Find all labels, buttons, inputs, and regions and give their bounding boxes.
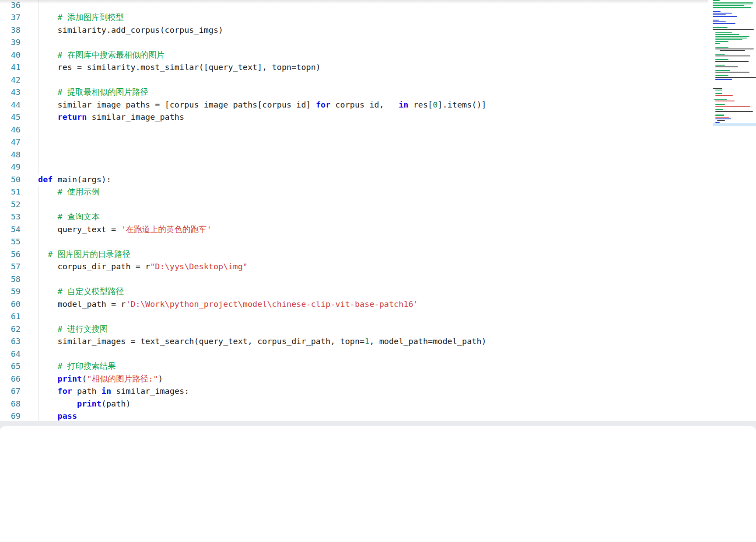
line-number: 56 <box>0 250 21 259</box>
code-line[interactable]: 69 pass <box>0 410 709 421</box>
code-line[interactable]: 65 # 打印搜索结果 <box>0 360 709 373</box>
run-log-panel: 运行日志 类型时间内容流程名称行号 信息2024-02-28 20:39:30.… <box>0 426 756 542</box>
line-number: 61 <box>0 312 21 321</box>
code-text: return similar_image_paths <box>38 112 184 122</box>
code-line[interactable]: 51 # 使用示例 <box>0 186 709 198</box>
line-number: 59 <box>0 287 21 296</box>
line-number: 52 <box>0 200 21 209</box>
line-number: 69 <box>0 411 21 420</box>
code-line[interactable]: 43 # 提取最相似的图片路径 <box>0 86 709 99</box>
minimap-line <box>715 65 725 66</box>
code-editor[interactable]: 3637 # 添加图库到模型38 similarity.add_corpus(c… <box>0 0 756 421</box>
minimap-line <box>715 111 753 112</box>
code-line[interactable]: 37 # 添加图库到模型 <box>0 11 709 24</box>
code-line[interactable]: 58 <box>0 273 709 285</box>
code-line[interactable]: 45 return similar_image_paths <box>0 111 709 124</box>
minimap-viewport[interactable] <box>713 123 756 126</box>
code-line[interactable]: 63 similar_images = text_search(query_te… <box>0 335 709 348</box>
code-text: res = similarity.most_similar([query_tex… <box>38 63 321 72</box>
minimap-line <box>713 21 726 22</box>
minimap-line <box>713 3 753 4</box>
code-line[interactable]: 52 <box>0 198 709 211</box>
minimap-line <box>713 16 737 17</box>
code-line[interactable]: 62 # 进行文搜图 <box>0 323 709 335</box>
minimap[interactable] <box>713 0 756 129</box>
code-text: print(path) <box>38 399 131 408</box>
minimap-line <box>713 11 721 12</box>
minimap-line <box>715 54 725 55</box>
code-text: similar_image_paths = [corpus_image_path… <box>38 100 486 109</box>
code-text: query_text = '在跑道上的黄色的跑车' <box>38 224 212 235</box>
code-line[interactable]: 42 <box>0 73 709 86</box>
line-number: 55 <box>0 237 21 246</box>
indent-guide <box>58 398 58 410</box>
code-line[interactable]: 68 print(path) <box>0 397 709 410</box>
minimap-line <box>715 79 732 80</box>
line-number: 58 <box>0 274 21 284</box>
code-text: corpus_dir_path = r"D:\yys\Desktop\img" <box>38 262 248 271</box>
code-line[interactable]: 57 corpus_dir_path = r"D:\yys\Desktop\im… <box>0 261 709 273</box>
indent-guide <box>38 0 38 174</box>
minimap-line <box>715 101 735 101</box>
code-text: # 进行文搜图 <box>38 323 108 334</box>
code-line[interactable]: 66 print("相似的图片路径:") <box>0 372 709 385</box>
code-line[interactable]: 39 <box>0 36 709 49</box>
line-number: 62 <box>0 324 21 334</box>
code-text: # 在图库中搜索最相似的图片 <box>38 49 164 60</box>
minimap-line <box>713 29 754 30</box>
code-line[interactable]: 38 similarity.add_corpus(corpus_imgs) <box>0 24 709 36</box>
line-number: 44 <box>0 100 21 109</box>
minimap-line <box>715 66 738 67</box>
code-line[interactable]: 46 <box>0 123 709 136</box>
code-line[interactable]: 55 <box>0 236 709 248</box>
line-number: 47 <box>0 137 21 146</box>
code-line[interactable]: 64 <box>0 347 709 360</box>
minimap-line <box>713 23 735 24</box>
minimap-line <box>715 47 728 48</box>
minimap-line <box>717 120 725 121</box>
line-number: 50 <box>0 175 21 184</box>
code-line[interactable]: 67 for path in similar_images: <box>0 385 709 398</box>
code-text: print("相似的图片路径:") <box>38 373 163 384</box>
line-number: 41 <box>0 63 21 72</box>
minimap-line <box>715 106 750 107</box>
minimap-line <box>720 50 745 51</box>
line-number: 53 <box>0 212 21 221</box>
code-line[interactable]: 47 <box>0 136 709 149</box>
code-text: model_path = r'D:\Work\python_project\mo… <box>38 299 418 309</box>
minimap-line <box>714 99 727 100</box>
code-line[interactable]: 50def main(args): <box>0 173 709 186</box>
code-line[interactable]: 44 similar_image_paths = [corpus_image_p… <box>0 98 709 111</box>
code-line[interactable]: 60 model_path = r'D:\Work\python_project… <box>0 298 709 310</box>
minimap-line <box>715 109 723 110</box>
minimap-line <box>715 70 730 71</box>
minimap-line <box>715 72 749 73</box>
minimap-line <box>715 36 749 37</box>
minimap-line <box>715 34 739 35</box>
minimap-line <box>713 20 719 21</box>
code-line[interactable]: 59 # 自定义模型路径 <box>0 285 709 298</box>
minimap-line <box>715 56 750 56</box>
code-line[interactable]: 54 query_text = '在跑道上的黄色的跑车' <box>0 223 709 236</box>
code-line[interactable]: 49 <box>0 161 709 174</box>
code-line[interactable]: 56 # 图库图片的目录路径 <box>0 248 709 261</box>
code-line[interactable]: 53 # 查询文本 <box>0 211 709 223</box>
minimap-line <box>715 49 754 49</box>
minimap-line <box>713 2 753 3</box>
minimap-line <box>715 39 742 40</box>
code-text: # 自定义模型路径 <box>38 286 124 297</box>
code-text: # 提取最相似的图片路径 <box>38 87 148 97</box>
code-text: similarity.add_corpus(corpus_imgs) <box>38 25 223 35</box>
line-number: 37 <box>0 13 21 22</box>
line-number: 46 <box>0 125 21 134</box>
line-number: 49 <box>0 162 21 171</box>
code-line[interactable]: 61 <box>0 310 709 323</box>
code-line[interactable]: 48 <box>0 148 709 161</box>
code-text: pass <box>38 411 77 420</box>
line-number: 42 <box>0 75 21 84</box>
code-line[interactable]: 36 <box>0 0 709 11</box>
code-lines: 3637 # 添加图库到模型38 similarity.add_corpus(c… <box>0 0 709 421</box>
code-line[interactable]: 40 # 在图库中搜索最相似的图片 <box>0 49 709 61</box>
minimap-line <box>713 7 751 8</box>
code-line[interactable]: 41 res = similarity.most_similar([query_… <box>0 61 709 74</box>
